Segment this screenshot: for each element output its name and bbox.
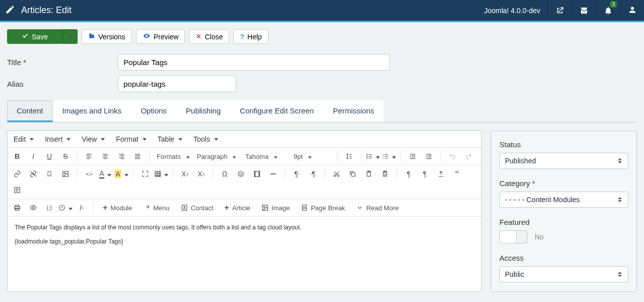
fullscreen-icon[interactable]: [139, 167, 152, 180]
tab-publishing[interactable]: Publishing: [176, 100, 230, 122]
image-button[interactable]: Image: [257, 203, 294, 213]
mail-button[interactable]: [571, 0, 596, 21]
table-icon[interactable]: [155, 167, 168, 180]
upload-icon[interactable]: [434, 167, 447, 180]
help-button[interactable]: ? Help: [233, 29, 268, 44]
access-select[interactable]: Public: [499, 266, 628, 282]
copy-icon[interactable]: [346, 167, 359, 180]
pagebreak-button[interactable]: Page Break: [297, 203, 349, 213]
align-center-icon[interactable]: [99, 150, 112, 163]
ltr-icon[interactable]: ¶›: [290, 167, 303, 180]
hr-icon[interactable]: [267, 167, 280, 180]
rtl-icon[interactable]: ‹¶: [306, 167, 319, 180]
italic-icon[interactable]: I: [27, 150, 40, 163]
bold-icon[interactable]: B: [11, 150, 24, 163]
svg-point-10: [240, 173, 240, 173]
align-justify-icon[interactable]: [131, 150, 144, 163]
textcolor-icon[interactable]: A: [99, 167, 112, 180]
tabs: Content Images and Links Options Publish…: [7, 100, 637, 123]
external-link-button[interactable]: [547, 0, 571, 21]
versions-button[interactable]: Versions: [82, 29, 132, 44]
template-icon[interactable]: [11, 184, 24, 197]
notifications-button[interactable]: 3: [596, 0, 620, 21]
tab-permissions[interactable]: Permissions: [324, 100, 384, 122]
font-select[interactable]: Tahoma: [243, 151, 289, 162]
svg-point-1: [366, 156, 367, 157]
media-icon[interactable]: [250, 167, 264, 180]
preview-icon[interactable]: [27, 201, 40, 214]
align-right-icon[interactable]: [115, 150, 128, 163]
save-button-group: Save: [7, 29, 78, 44]
close-button[interactable]: Close: [189, 29, 229, 44]
notification-badge: 3: [610, 1, 617, 8]
tab-options[interactable]: Options: [131, 100, 176, 122]
block-select[interactable]: Paragraph: [195, 151, 240, 162]
undo-icon[interactable]: [446, 150, 459, 163]
underline-icon[interactable]: U: [43, 150, 56, 163]
featured-switch[interactable]: [499, 230, 528, 244]
image-icon[interactable]: [59, 167, 72, 180]
print-icon[interactable]: [11, 201, 24, 214]
svg-point-11: [241, 173, 242, 173]
tab-content[interactable]: Content: [7, 100, 53, 122]
module-button[interactable]: +Module: [99, 202, 136, 214]
user-button[interactable]: [620, 0, 644, 21]
access-value: Public: [505, 270, 524, 278]
emoji-icon[interactable]: [234, 167, 247, 180]
title-input[interactable]: [118, 54, 390, 71]
separator: [77, 151, 78, 162]
redo-icon[interactable]: [462, 150, 475, 163]
alias-label: Alias: [7, 80, 118, 88]
menu-button[interactable]: Menu: [139, 203, 174, 213]
bullet-list-icon[interactable]: [366, 150, 379, 163]
strikethrough-icon[interactable]: S: [59, 150, 72, 163]
article-button[interactable]: +Article: [220, 202, 254, 214]
category-select[interactable]: - - - - - Content Modules: [499, 192, 628, 208]
preview-button[interactable]: Preview: [136, 29, 185, 44]
save-label: Save: [32, 33, 48, 41]
numbered-list-icon[interactable]: 123: [382, 150, 396, 163]
omega-icon[interactable]: Ω: [218, 167, 231, 180]
cut-icon[interactable]: [330, 167, 343, 180]
preview-label: Preview: [154, 33, 179, 41]
readmore-button[interactable]: Read More: [352, 203, 403, 213]
datetime-icon[interactable]: [59, 201, 72, 214]
blockquote-icon[interactable]: “: [450, 167, 464, 180]
pilcrow-icon[interactable]: ¶: [402, 167, 415, 180]
lineheight-icon[interactable]: [343, 150, 356, 163]
separator: [133, 168, 134, 179]
subscript-icon[interactable]: X2: [178, 167, 191, 180]
paste-text-icon[interactable]: [378, 167, 392, 180]
unlink-icon[interactable]: [27, 167, 40, 180]
save-dropdown-button[interactable]: [62, 29, 78, 44]
menu-tools[interactable]: Tools: [194, 135, 218, 143]
menu-format[interactable]: Format: [116, 135, 146, 143]
separator: [93, 202, 94, 213]
tab-configure-edit[interactable]: Configure Edit Screen: [230, 100, 324, 122]
menu-edit[interactable]: Edit: [14, 135, 34, 143]
save-button[interactable]: Save: [7, 29, 62, 44]
menu-table[interactable]: Table: [158, 135, 182, 143]
status-select[interactable]: Published: [499, 153, 628, 169]
removeformat-icon[interactable]: I×: [75, 201, 88, 214]
bgcolor-icon[interactable]: A: [115, 167, 128, 180]
source-icon[interactable]: <>: [83, 167, 96, 180]
paste-icon[interactable]: [362, 167, 375, 180]
alias-input[interactable]: [118, 76, 236, 92]
pilcrow2-icon[interactable]: ¶: [418, 167, 431, 180]
link-icon[interactable]: [11, 167, 24, 180]
align-left-icon[interactable]: [83, 150, 96, 163]
superscript-icon[interactable]: X2: [195, 167, 208, 180]
indent-icon[interactable]: [422, 150, 435, 163]
featured-value: No: [535, 233, 544, 241]
tab-images-links[interactable]: Images and Links: [53, 100, 132, 122]
menu-insert[interactable]: Insert: [45, 135, 71, 143]
codesample-icon[interactable]: {;}: [43, 201, 56, 214]
menu-view[interactable]: View: [82, 135, 105, 143]
outdent-icon[interactable]: [406, 150, 419, 163]
fontsize-select[interactable]: 9pt: [292, 151, 332, 162]
editor-body[interactable]: The Popular Tags displays a list of the …: [8, 217, 481, 259]
formats-select[interactable]: Formats: [155, 151, 192, 162]
bookmark-icon[interactable]: [43, 167, 56, 180]
contact-button[interactable]: Contact: [177, 203, 218, 213]
